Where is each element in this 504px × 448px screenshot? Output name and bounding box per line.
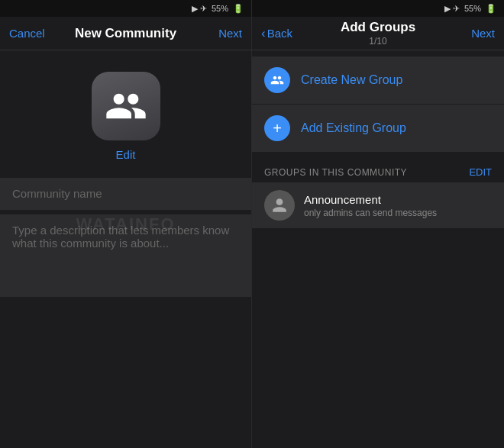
new-community-title: New Community [47,26,204,41]
group-list-item[interactable]: Announcement only admins can send messag… [252,182,504,228]
community-description-field[interactable] [0,214,251,297]
group-avatar [264,190,295,221]
groups-section-title: GROUPS IN THIS COMMUNITY [264,167,407,178]
icon-area: Edit [0,50,251,175]
create-new-group-label: Create New Group [301,73,402,87]
add-existing-group-label: Add Existing Group [301,121,406,135]
new-community-panel: ▶ ✈ 55% 🔋 Cancel New Community Next Edit… [0,0,252,448]
people-icon [270,73,284,87]
next-button-right[interactable]: Next [457,27,495,40]
signal-icon-right: ▶ ✈ [444,4,460,14]
right-spacer [252,228,504,448]
add-existing-group-button[interactable]: + Add Existing Group [252,105,504,152]
groups-section-header: GROUPS IN THIS COMMUNITY EDIT [252,159,504,182]
next-button-left[interactable]: Next [204,27,242,40]
add-groups-panel: ▶ ✈ 55% 🔋 ‹ Back Add Groups 1/10 Next Cr… [252,0,504,448]
create-group-icon [264,67,290,93]
battery-icon-right: 🔋 [486,4,496,14]
avatar-icon [271,197,288,214]
battery-left: 55% [212,4,228,13]
groups-edit-button[interactable]: EDIT [469,166,492,178]
nav-bar-left: Cancel New Community Next [0,17,251,50]
action-items-group: Create New Group + Add Existing Group [252,56,504,153]
battery-right: 55% [464,4,481,13]
groups-count: 1/10 [369,36,386,47]
cancel-button[interactable]: Cancel [9,27,47,40]
add-groups-title-group: Add Groups 1/10 [299,20,457,47]
group-icon [105,85,147,127]
back-button[interactable]: ‹ Back [261,26,299,41]
add-group-icon: + [264,115,290,141]
battery-icon-left: 🔋 [233,4,244,14]
add-groups-title: Add Groups [341,20,415,35]
signal-icon: ▶ ✈ [192,4,207,14]
group-name: Announcement [304,193,437,206]
community-name-field[interactable] [0,178,251,210]
nav-bar-right: ‹ Back Add Groups 1/10 Next [252,17,504,50]
back-label[interactable]: Back [267,27,292,40]
status-bar-right: ▶ ✈ 55% 🔋 [252,0,504,17]
community-description-input[interactable] [12,224,239,285]
group-info: Announcement only admins can send messag… [304,193,437,218]
back-chevron-icon: ‹ [261,26,266,41]
group-subtitle: only admins can send messages [304,208,437,218]
community-name-input[interactable] [12,187,239,200]
community-icon[interactable] [92,72,160,140]
status-bar-left: ▶ ✈ 55% 🔋 [0,0,251,17]
edit-icon-button[interactable]: Edit [116,148,136,161]
create-new-group-button[interactable]: Create New Group [252,56,504,104]
